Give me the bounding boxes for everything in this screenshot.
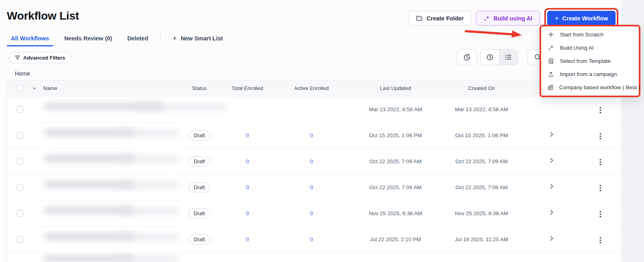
view-toolbar (456, 49, 548, 65)
total-enrolled-link[interactable]: 0 (246, 210, 249, 216)
status-badge: Draft (188, 182, 211, 192)
workflow-name-redacted (43, 178, 185, 196)
create-folder-button[interactable]: Create Folder (408, 11, 471, 26)
plus-icon: + (555, 15, 559, 22)
status-badge: Draft (188, 130, 211, 140)
create-workflow-label: Create Workflow (562, 15, 608, 22)
status-badge: Draft (188, 208, 211, 218)
created-on-cell: Oct 15 2025, 1:06 PM (439, 132, 524, 138)
last-updated-cell: Oct 22 2025, 7:09 AM (351, 158, 439, 164)
table-row: Draft 0 0 Nov 25 2025, 6:38 AM Nov 25 20… (7, 200, 621, 226)
table-row: Draft 0 0 Oct 15 2025, 1:06 PM Oct 15 20… (7, 122, 621, 148)
active-enrolled-link[interactable]: 0 (310, 132, 313, 138)
row-kebab-menu[interactable] (596, 157, 604, 168)
plus-icon (548, 32, 554, 38)
tab-divider (160, 34, 160, 42)
total-enrolled-link[interactable]: 0 (246, 158, 249, 164)
tab-bar: All Workflows Needs Review (0) Deleted +… (11, 34, 223, 42)
total-enrolled-link[interactable]: 0 (246, 132, 249, 138)
last-updated-cell: Oct 15 2025, 1:06 PM (351, 132, 439, 138)
workflow-name-redacted (43, 204, 185, 222)
timeline-view-segment[interactable] (481, 50, 499, 65)
row-expand-chevron[interactable] (549, 236, 554, 241)
menu-item-select-from-template[interactable]: Select from Template (541, 54, 639, 68)
row-checkbox[interactable] (16, 210, 23, 217)
annotation-box-create-workflow-menu: Start from ScratchBuild Using AISelect f… (540, 25, 640, 97)
row-checkbox[interactable] (16, 158, 23, 165)
row-kebab-menu[interactable] (596, 235, 604, 246)
new-smart-list-button[interactable]: + New Smart List (173, 35, 223, 42)
list-view-segment[interactable] (499, 50, 518, 65)
advanced-filters-label: Advanced Filters (23, 55, 65, 61)
row-checkbox[interactable] (16, 236, 23, 243)
table-row: Draft 0 0 Oct 22 2025, 7:09 AM Oct 22 20… (7, 148, 621, 174)
tab-needs-review[interactable]: Needs Review (0) (64, 35, 112, 42)
template-icon (548, 58, 554, 64)
row-expand-chevron[interactable] (549, 184, 554, 189)
active-enrolled-link[interactable]: 0 (310, 236, 313, 242)
history-icon (463, 53, 471, 62)
row-kebab-menu[interactable] (596, 183, 604, 194)
column-header-total-enrolled: Total Enrolled (223, 85, 271, 91)
menu-item-import-from-a-campaign[interactable]: Import from a campaign (541, 68, 639, 81)
active-enrolled-link[interactable]: 0 (310, 184, 313, 190)
menu-item-build-using-ai[interactable]: Build Using AI (541, 41, 639, 54)
created-on-cell: Jul 18 2025, 11:25 AM (439, 236, 524, 242)
history-button[interactable] (456, 49, 477, 65)
build-ai-label: Build using AI (494, 15, 532, 22)
menu-item-label: Build Using AI (560, 45, 594, 51)
row-checkbox[interactable] (16, 132, 23, 139)
table-header-row: Name Status Total Enrolled Active Enroll… (7, 80, 621, 96)
status-badge: Draft (188, 234, 211, 244)
page-title: Workflow List (7, 8, 79, 22)
create-workflow-menu: Start from ScratchBuild Using AISelect f… (541, 27, 639, 95)
menu-item-start-from-scratch[interactable]: Start from Scratch (541, 28, 639, 41)
row-checkbox[interactable] (16, 106, 23, 113)
row-kebab-menu[interactable] (596, 105, 604, 116)
row-expand-chevron[interactable] (549, 210, 554, 215)
select-all-checkbox[interactable] (16, 85, 23, 92)
table-row: Draft 0 0 Jul 22 2025, 2:10 PM Jul 18 20… (7, 226, 621, 252)
last-updated-cell: Oct 22 2025, 7:09 AM (351, 184, 439, 190)
workflow-name-redacted (43, 152, 185, 170)
column-header-status: Status (175, 85, 223, 91)
create-workflow-button[interactable]: + Create Workflow (547, 11, 616, 26)
row-checkbox[interactable] (16, 184, 23, 191)
workflow-name-redacted (43, 126, 185, 144)
funnel-icon (15, 55, 20, 60)
tab-deleted[interactable]: Deleted (127, 35, 148, 42)
column-header-last-updated: Last Updated (351, 85, 439, 91)
topbar: Workflow List Create Folder Build using … (7, 8, 618, 28)
advanced-filters-button[interactable]: Advanced Filters (9, 52, 71, 63)
status-badge: Draft (188, 156, 211, 166)
build-using-ai-button[interactable]: Build using AI (476, 11, 540, 26)
table-body: Mar 13 2022, 8:58 AM Mar 13 2022, 8:58 A… (7, 96, 621, 252)
menu-item-company-based-workflow-beta[interactable]: Company based workflow ( Beta ) (541, 81, 639, 94)
total-enrolled-link[interactable]: 0 (246, 236, 249, 242)
active-enrolled-link[interactable]: 0 (310, 158, 313, 164)
create-folder-label: Create Folder (426, 15, 463, 22)
last-updated-cell: Jul 22 2025, 2:10 PM (351, 236, 439, 242)
table-row: Draft 0 0 Oct 22 2025, 7:09 AM Oct 22 20… (7, 174, 621, 200)
last-updated-cell: Nov 25 2025, 6:38 AM (351, 210, 439, 216)
header-chevron-down-icon[interactable] (32, 86, 43, 91)
view-mode-toggle (480, 49, 518, 65)
workflow-table: Name Status Total Enrolled Active Enroll… (7, 80, 622, 262)
table-row-partial (7, 252, 621, 262)
row-kebab-menu[interactable] (596, 131, 604, 142)
last-updated-cell: Mar 13 2022, 8:58 AM (351, 106, 439, 112)
column-header-name: Name (43, 85, 175, 91)
created-on-cell: Oct 22 2025, 7:09 AM (439, 158, 524, 164)
workflow-name-redacted (43, 252, 185, 262)
tab-all-workflows[interactable]: All Workflows (11, 35, 49, 42)
total-enrolled-link[interactable]: 0 (246, 184, 249, 190)
workflow-name-redacted (43, 100, 185, 118)
row-expand-chevron[interactable] (549, 132, 554, 137)
breadcrumb-home[interactable]: Home (15, 70, 30, 77)
plus-icon: + (173, 35, 177, 42)
row-kebab-menu[interactable] (596, 209, 604, 220)
row-expand-chevron[interactable] (549, 158, 554, 163)
active-enrolled-link[interactable]: 0 (310, 210, 313, 216)
annotation-arrow (463, 26, 526, 42)
list-view-icon (504, 53, 512, 61)
